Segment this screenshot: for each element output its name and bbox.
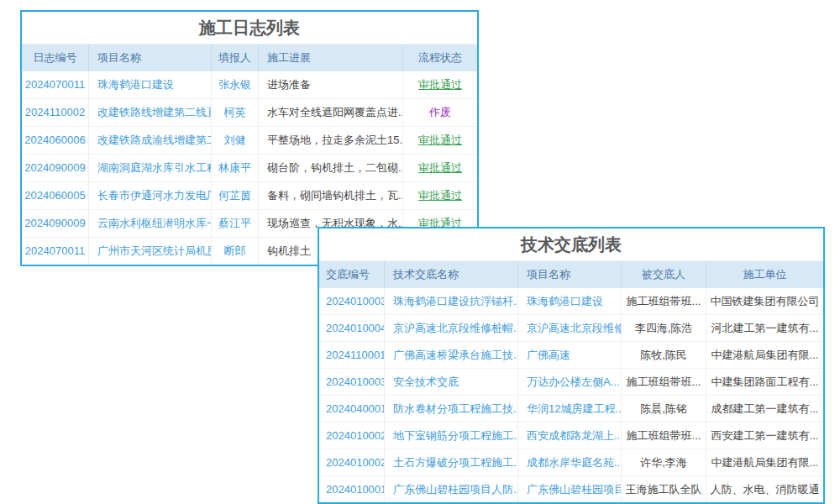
table-cell[interactable]: 2024110001 bbox=[319, 342, 385, 368]
table-cell[interactable]: 2024010003 bbox=[319, 369, 385, 395]
table-row: 2024010002土石方爆破分项工程施工...成都水岸华庭名苑...许华,李海… bbox=[319, 449, 823, 476]
column-header: 项目名称 bbox=[518, 261, 622, 288]
table-cell[interactable]: 广东佛山碧桂园项目 bbox=[518, 476, 622, 502]
column-header: 日志编号 bbox=[22, 45, 89, 71]
table-row: 2024090009湖南洞庭湖水库引水工程...林康平砌台阶，钩机排土，二包砌.… bbox=[22, 155, 477, 182]
table-header-row: 交底编号技术交底名称项目名称被交底人施工单位 bbox=[319, 261, 823, 288]
table-cell[interactable]: 安全技术交底 bbox=[385, 369, 518, 395]
column-header: 项目名称 bbox=[89, 45, 212, 71]
table-cell: 砌台阶，钩机排土，二包砌... bbox=[259, 155, 403, 181]
table-cell: 备料，砌间墙钩机排土，瓦... bbox=[259, 182, 403, 209]
table-cell[interactable]: 2024010004 bbox=[319, 315, 385, 341]
table-cell: 许华,李海 bbox=[622, 449, 706, 475]
table-cell[interactable]: 2024070011 bbox=[22, 238, 89, 265]
table-cell[interactable]: 2024010002 bbox=[319, 449, 385, 475]
table-cell: 王海施工队全队 bbox=[622, 476, 706, 502]
table-cell: 陈牧,陈民 bbox=[622, 342, 706, 368]
column-header: 被交底人 bbox=[622, 261, 706, 288]
table-cell[interactable]: 改建铁路成渝线增建第二... bbox=[89, 127, 212, 154]
table-cell[interactable]: 张永银 bbox=[212, 71, 259, 98]
table-cell[interactable]: 2024060006 bbox=[22, 127, 89, 154]
column-header: 施工单位 bbox=[706, 261, 823, 288]
table-cell[interactable]: 2024110002 bbox=[22, 99, 89, 126]
status-badge[interactable]: 审批通过 bbox=[403, 127, 477, 154]
table-cell[interactable]: 林康平 bbox=[212, 155, 259, 181]
table-title: 技术交底列表 bbox=[319, 228, 823, 261]
table-cell[interactable]: 万达办公楼左侧A... bbox=[518, 369, 622, 395]
table-cell[interactable]: 柯英 bbox=[212, 99, 259, 126]
table-cell: 李四海,陈浩 bbox=[622, 315, 706, 341]
table-cell: 中建集团路面工程有... bbox=[706, 369, 823, 395]
table-cell[interactable]: 何芷茵 bbox=[212, 182, 259, 209]
table-title: 施工日志列表 bbox=[22, 12, 477, 45]
table-cell[interactable]: 珠海鹤港口建设抗浮锚杆... bbox=[385, 288, 518, 314]
table-cell: 进场准备 bbox=[259, 71, 403, 98]
table-cell[interactable]: 广佛高速 bbox=[518, 342, 622, 368]
table-cell[interactable]: 断郎 bbox=[212, 238, 259, 265]
table-cell[interactable]: 湖南洞庭湖水库引水工程... bbox=[89, 155, 212, 181]
table-row: 2024010002地下室钢筋分项工程施工...西安成都路龙湖上...施工班组带… bbox=[319, 423, 823, 449]
table-row: 2024010003珠海鹤港口建设抗浮锚杆...珠海鹤港口建设施工班组带班...… bbox=[319, 288, 823, 315]
table-cell[interactable]: 2024070011 bbox=[22, 71, 89, 98]
table-cell: 中国铁建集团有限公司 bbox=[706, 288, 823, 314]
table-cell[interactable]: 2024090009 bbox=[22, 210, 89, 237]
column-header: 技术交底名称 bbox=[385, 261, 518, 288]
table-row: 2024010004京沪高速北京段维修桩帽...京沪高速北京段维修李四海,陈浩河… bbox=[319, 315, 823, 342]
table-cell: 施工班组带班... bbox=[622, 423, 706, 449]
table-cell[interactable]: 广州市天河区统计局机房... bbox=[89, 238, 212, 265]
table-row: 2024040001防水卷材分项工程施工技...华润12城房建工程...陈晨,陈… bbox=[319, 396, 823, 423]
table-cell[interactable]: 2024090009 bbox=[22, 155, 89, 181]
table-cell[interactable]: 长春市伊通河水力发电厂... bbox=[89, 182, 212, 209]
status-badge[interactable]: 审批通过 bbox=[403, 182, 477, 209]
table-cell[interactable]: 改建铁路线增建第二线直... bbox=[89, 99, 212, 126]
table-cell[interactable]: 西安成都路龙湖上... bbox=[518, 423, 622, 449]
column-header: 流程状态 bbox=[403, 45, 477, 71]
table-cell[interactable]: 蔡江平 bbox=[212, 210, 259, 237]
table-cell: 河北建工第一建筑有... bbox=[706, 315, 823, 341]
status-badge[interactable]: 审批通过 bbox=[403, 155, 477, 181]
table-row: 2024110001广佛高速桥梁承台施工技...广佛高速陈牧,陈民中建港航局集团… bbox=[319, 342, 823, 369]
table-header-row: 日志编号项目名称填报人施工进展流程状态 bbox=[22, 45, 477, 71]
table-cell: 西安建工第一建筑有... bbox=[706, 423, 823, 449]
table-cell: 人防、水电、消防暖通 bbox=[706, 476, 823, 502]
table-cell[interactable]: 2024010003 bbox=[319, 288, 385, 314]
table-cell[interactable]: 华润12城房建工程... bbox=[518, 396, 622, 422]
table-cell: 平整场地，拉走多余泥土15... bbox=[259, 127, 403, 154]
column-header: 施工进展 bbox=[259, 45, 403, 71]
table-row: 2024060006改建铁路成渝线增建第二...刘健平整场地，拉走多余泥土15.… bbox=[22, 127, 477, 155]
table-cell[interactable]: 2024010001 bbox=[319, 476, 385, 502]
table-cell[interactable]: 刘健 bbox=[212, 127, 259, 154]
table-cell[interactable]: 珠海鹤港口建设 bbox=[518, 288, 622, 314]
table-cell[interactable]: 2024010002 bbox=[319, 423, 385, 449]
table-cell[interactable]: 土石方爆破分项工程施工... bbox=[385, 449, 518, 475]
table-body: 2024010003珠海鹤港口建设抗浮锚杆...珠海鹤港口建设施工班组带班...… bbox=[319, 288, 823, 502]
table-cell: 水车对全线遮阳网覆盖点进... bbox=[259, 99, 403, 126]
table-cell: 施工班组带班... bbox=[622, 288, 706, 314]
table-row: 2024070011珠海鹤港口建设张永银进场准备审批通过 bbox=[22, 71, 477, 99]
table-row: 2024010003安全技术交底万达办公楼左侧A...施工班组带班...中建集团… bbox=[319, 369, 823, 396]
table-cell[interactable]: 珠海鹤港口建设 bbox=[89, 71, 212, 98]
table-cell[interactable]: 京沪高速北京段维修 bbox=[518, 315, 622, 341]
table-cell[interactable]: 防水卷材分项工程施工技... bbox=[385, 396, 518, 422]
table-cell: 中建港航局集团有限... bbox=[706, 449, 823, 475]
table-row: 2024010001广东佛山碧桂园项目人防...广东佛山碧桂园项目王海施工队全队… bbox=[319, 476, 823, 502]
table-cell[interactable]: 2024060005 bbox=[22, 182, 89, 209]
table-cell: 中建港航局集团有限... bbox=[706, 342, 823, 368]
status-badge: 作废 bbox=[403, 99, 477, 126]
table-cell[interactable]: 广佛高速桥梁承台施工技... bbox=[385, 342, 518, 368]
status-badge[interactable]: 审批通过 bbox=[403, 71, 477, 98]
table-cell[interactable]: 成都水岸华庭名苑... bbox=[518, 449, 622, 475]
table-cell[interactable]: 2024040001 bbox=[319, 396, 385, 422]
table-cell[interactable]: 云南水利枢纽潜明水库一... bbox=[89, 210, 212, 237]
table-cell[interactable]: 地下室钢筋分项工程施工... bbox=[385, 423, 518, 449]
table-row: 2024060005长春市伊通河水力发电厂...何芷茵备料，砌间墙钩机排土，瓦.… bbox=[22, 182, 477, 210]
table-cell: 成都建工第一建筑有... bbox=[706, 396, 823, 422]
table-cell[interactable]: 广东佛山碧桂园项目人防... bbox=[385, 476, 518, 502]
column-header: 交底编号 bbox=[319, 261, 385, 288]
column-header: 填报人 bbox=[212, 45, 259, 71]
table-cell: 施工班组带班... bbox=[622, 369, 706, 395]
table-row: 2024110002改建铁路线增建第二线直...柯英水车对全线遮阳网覆盖点进..… bbox=[22, 99, 477, 127]
table-cell[interactable]: 京沪高速北京段维修桩帽... bbox=[385, 315, 518, 341]
table-cell: 陈晨,陈铭 bbox=[622, 396, 706, 422]
tech-disclosure-table: 技术交底列表 交底编号技术交底名称项目名称被交底人施工单位 2024010003… bbox=[318, 227, 825, 504]
